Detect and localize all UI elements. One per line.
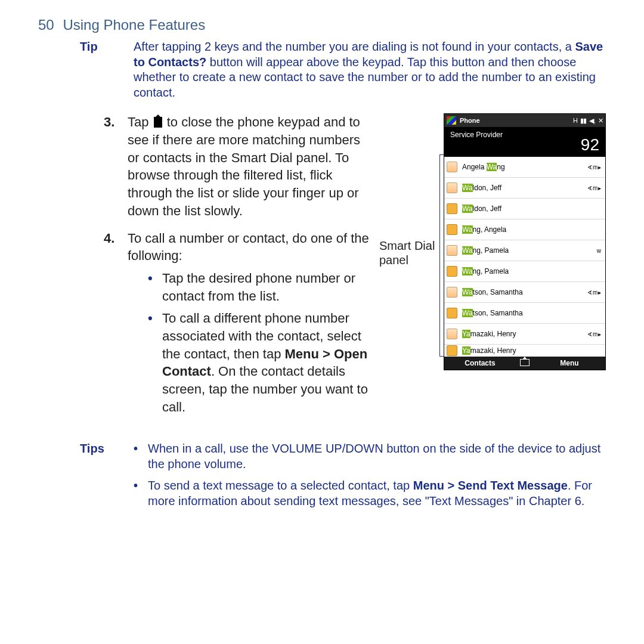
contact-name: Yamazaki, Henry [462,330,587,338]
tips-bullet-2: • To send a text message to a selected c… [134,478,606,509]
contact-row[interactable]: Wang, Angela [444,219,605,240]
contact-name: Waldon, Jeff [462,184,587,192]
manual-page: 50 Using Phone Features Tip After tappin… [0,0,644,644]
phone-titlebar[interactable]: Phone H ▮▮ ◀꜀ ✕ [444,114,605,127]
phone-dial-display: Service Provider 92 [444,127,605,157]
softkey-right[interactable]: Menu [534,359,605,367]
contact-name: Angela Wang [462,163,587,171]
phone-screenshot: Phone H ▮▮ ◀꜀ ✕ Service Provider 92 Ange… [444,113,606,370]
step-3-num: 3. [104,113,128,219]
contact-row[interactable]: Wang, Pamelaw [444,240,605,261]
contact-row[interactable]: Wang, Pamela [444,261,605,282]
step-4: 4. To call a number or contact, do one o… [104,230,372,421]
contact-name: Watson, Samantha [462,309,600,317]
contact-name: Yamazaki, Henry [462,346,600,355]
contact-tag: ∢ m ▸ [587,185,600,191]
step-3-pre: Tap [128,114,153,129]
tip-text-a: After tapping 2 keys and the number you … [134,40,575,53]
tips-label: Tips [80,441,134,515]
contact-person-icon [447,329,457,339]
contact-row[interactable]: Waldon, Jeff [444,199,605,219]
page-number: 50 [38,17,54,33]
callout-bracket [439,154,444,357]
tips-b2a: To send a text message to a selected con… [148,479,413,492]
bullet-icon: • [134,441,148,472]
bullet-icon: • [134,478,148,509]
callout-label: Smart Dial panel [379,113,436,267]
contact-tag: ∢ m ▸ [587,164,600,171]
signal-icon: ▮▮ [580,117,586,125]
tip-body: After tapping 2 keys and the number you … [134,39,606,100]
step-3-post: to close the phone keypad and to see if … [128,114,360,218]
contact-sim-icon [447,308,457,318]
contact-name: Watson, Samantha [462,288,587,296]
contact-sim-icon [447,345,457,356]
tips-block: Tips • When in a call, use the VOLUME UP… [80,441,606,515]
data-icon: H [573,117,577,124]
smart-dial-panel[interactable]: Angela Wang∢ m ▸Waldon, Jeff∢ m ▸Waldon,… [444,157,605,357]
service-provider: Service Provider [450,131,581,139]
contact-row[interactable]: Yamazaki, Henry [444,345,605,357]
steps: 3. Tap to close the phone keypad and to … [104,113,372,430]
tips-b1: When in a call, use the VOLUME UP/DOWN b… [148,441,606,472]
contact-name: Wang, Pamela [462,267,600,275]
softkey-keyboard[interactable] [516,359,534,368]
contact-tag: ∢ m ▸ [587,289,600,296]
bullet-icon: • [148,270,162,305]
dialed-digits: 92 [581,135,599,154]
tip-label: Tip [80,39,134,100]
step-4-lead: To call a number or contact, do one of t… [128,231,369,264]
tip-block: Tip After tapping 2 keys and the number … [80,39,606,100]
tips-b2b: Menu > Send Text Message [413,479,568,492]
keyboard-icon [520,359,530,366]
page-header: 50 Using Phone Features [38,17,606,33]
contact-name: Wang, Angela [462,225,600,234]
softkey-left[interactable]: Contacts [444,359,516,367]
contact-person-icon [447,287,457,298]
contact-person-icon [447,182,457,193]
contact-person-icon [447,162,457,172]
contact-sim-icon [447,224,457,235]
start-icon[interactable] [447,116,456,125]
bullet-icon: • [148,309,162,416]
contact-name: Wang, Pamela [462,246,597,255]
step-4-num: 4. [104,230,128,421]
contact-row[interactable]: Watson, Samantha [444,303,605,324]
contact-row[interactable]: Waldon, Jeff∢ m ▸ [444,178,605,199]
phone-app-title: Phone [460,117,570,124]
contact-tag: ∢ m ▸ [587,331,600,338]
contact-row[interactable]: Yamazaki, Henry∢ m ▸ [444,324,605,345]
volume-icon[interactable]: ◀꜀ [589,117,595,125]
step-3: 3. Tap to close the phone keypad and to … [104,113,372,219]
step-4-b2: To call a different phone number associa… [162,309,372,416]
contact-name: Waldon, Jeff [462,205,600,213]
step-4-body: To call a number or contact, do one of t… [128,230,372,421]
contact-sim-icon [447,266,457,277]
page-title: Using Phone Features [63,17,205,33]
step-4-bullet-1: • Tap the desired phone number or contac… [148,270,372,305]
contact-row[interactable]: Angela Wang∢ m ▸ [444,157,605,178]
tips-bullet-1: • When in a call, use the VOLUME UP/DOWN… [134,441,606,472]
close-icon[interactable]: ✕ [598,117,603,125]
contact-row[interactable]: Watson, Samantha∢ m ▸ [444,282,605,303]
step-3-body: Tap to close the phone keypad and to see… [128,113,372,219]
contact-tag: w [597,247,600,254]
tips-b2: To send a text message to a selected con… [148,478,606,509]
phone-softkeys: Contacts Menu [444,357,605,370]
keypad-icon [154,117,162,128]
step-4-b1: Tap the desired phone number or contact … [162,270,372,305]
contact-sim-icon [447,203,457,214]
step-4-bullet-2: • To call a different phone number assoc… [148,309,372,416]
contact-person-icon [447,245,457,256]
